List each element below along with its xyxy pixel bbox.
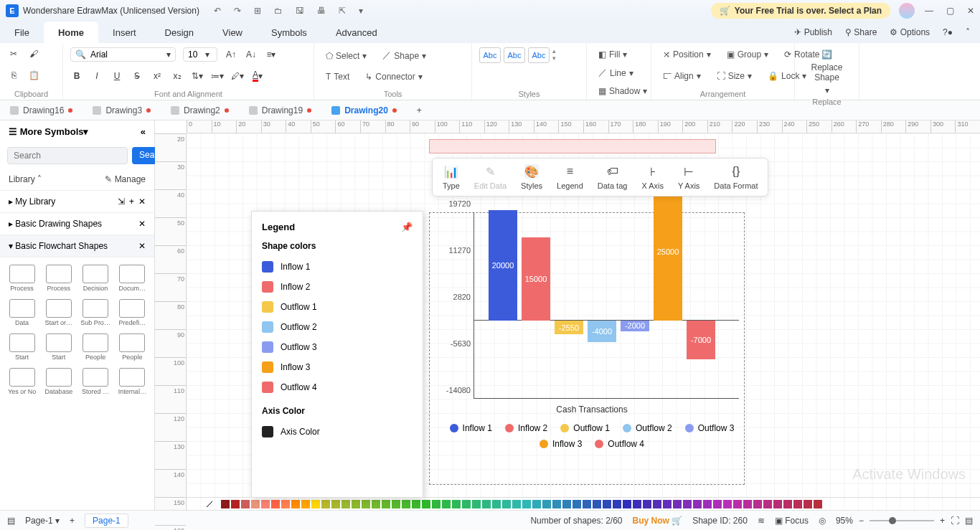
color-swatch[interactable] [643,500,651,508]
position-button[interactable]: ⤨ Position▾ [659,47,715,62]
color-swatch[interactable] [522,500,531,508]
copy-icon[interactable]: ⎘ [7,69,20,82]
doc-tab[interactable]: Drawing19 [239,100,321,120]
color-swatch[interactable] [532,500,541,508]
format-painter-icon[interactable]: 🖌 [27,47,40,60]
legend-color-item[interactable]: Inflow 3 [262,357,413,377]
style-scroll-down[interactable]: ▾ [552,55,556,62]
cat-basic-drawing[interactable]: ▸ Basic Drawing Shapes [9,219,102,229]
shape-stencil[interactable]: Docum… [115,262,150,295]
color-swatch[interactable] [271,500,280,508]
shape-stencil[interactable]: Process [4,262,39,295]
color-swatch[interactable] [512,500,521,508]
color-swatch[interactable] [251,500,260,508]
line-button[interactable]: ／ Line▾ [594,65,644,81]
color-swatch[interactable] [693,500,702,508]
color-swatch[interactable] [221,500,230,508]
highlight-icon[interactable]: 🖊▾ [231,70,244,82]
color-swatch[interactable] [713,500,722,508]
color-swatch[interactable] [452,500,461,508]
chart-tool-type[interactable]: 📊Type [435,164,467,190]
color-swatch[interactable] [362,500,370,508]
shape-stencil[interactable]: Data [4,296,39,329]
collapse-ribbon-icon[interactable]: ˄ [966,27,970,37]
bullet-icon[interactable]: ≔▾ [211,70,224,82]
color-swatch[interactable] [311,500,320,508]
lib-close-icon[interactable]: ✕ [138,197,146,207]
color-swatch[interactable] [432,500,440,508]
help-icon[interactable]: ?● [943,27,953,37]
chart-tool-x-axis[interactable]: ⊦X Axis [634,164,671,190]
line-spacing-icon[interactable]: ⇅▾ [191,70,204,82]
shape-stencil[interactable]: Start [41,331,76,364]
color-swatch[interactable] [462,500,471,508]
redo-icon[interactable]: ↷ [234,6,241,16]
chart-tool-styles[interactable]: 🎨Styles [514,164,550,190]
dropdown-icon[interactable]: ▾ [359,6,363,16]
symbol-search-input[interactable] [7,147,128,164]
menu-home[interactable]: Home [44,22,98,43]
buy-now-button[interactable]: Buy Now 🛒 [632,516,682,526]
cat-close-icon[interactable]: ✕ [138,241,146,251]
zoom-out-icon[interactable]: − [859,516,864,526]
italic-icon[interactable]: I [90,70,103,82]
page-tab[interactable]: Page-1 [85,514,128,528]
eyedropper-icon[interactable]: ⟋ [204,498,215,511]
cut-icon[interactable]: ✂ [7,47,20,60]
color-swatch[interactable] [723,500,732,508]
strike-icon[interactable]: S̶ [131,70,143,82]
color-swatch[interactable] [552,500,561,508]
color-swatch[interactable] [472,500,481,508]
legend-color-item[interactable]: Outflow 3 [262,337,413,357]
color-swatch[interactable] [783,500,792,508]
zoom-slider[interactable] [870,520,934,521]
legend-color-item[interactable]: Inflow 1 [262,257,413,277]
more-symbols-button[interactable]: ☰ More Symbols▾ [9,126,88,137]
color-swatch[interactable] [593,500,601,508]
maximize-icon[interactable]: ▢ [946,6,954,16]
menu-advanced[interactable]: Advanced [321,22,392,43]
publish-button[interactable]: ✈ Publish [794,27,832,37]
menu-symbols[interactable]: Symbols [257,22,321,43]
color-swatch[interactable] [562,500,571,508]
color-swatch[interactable] [422,500,430,508]
style-scroll-up[interactable]: ▴ [552,47,556,55]
align-button[interactable]: ⫍ Align▾ [659,69,705,83]
style-preset-1[interactable]: Abc [479,47,501,63]
align-icon[interactable]: ≡▾ [265,48,278,61]
font-size-select[interactable]: ▾ [183,47,217,62]
chart-tool-legend[interactable]: ≡Legend [550,164,590,190]
doc-tab[interactable]: Drawing20 [321,100,407,120]
save-icon[interactable]: 🖫 [296,6,304,16]
style-preset-2[interactable]: Abc [504,47,525,63]
color-swatch[interactable] [392,500,400,508]
color-swatch[interactable] [673,500,682,508]
menu-design[interactable]: Design [151,22,208,43]
lib-add-icon[interactable]: + [129,197,134,207]
color-swatch[interactable] [492,500,501,508]
legend-color-item[interactable]: Outflow 4 [262,377,413,397]
shape-stencil[interactable]: Start or… [41,296,76,329]
zoom-in-icon[interactable]: + [940,516,945,526]
new-icon[interactable]: ⊞ [254,6,261,16]
underline-icon[interactable]: U [110,70,123,82]
color-swatch[interactable] [412,500,420,508]
shape-tool[interactable]: ／Shape▾ [378,47,430,64]
export-icon[interactable]: ⇱ [339,6,346,16]
fullscreen-icon[interactable]: ⛶ [951,516,959,526]
group-button[interactable]: ▣ Group▾ [722,47,773,62]
color-swatch[interactable] [291,500,300,508]
color-swatch[interactable] [814,500,822,508]
legend-color-item[interactable]: Outflow 1 [262,297,413,317]
shadow-button[interactable]: ▦ Shadow▾ [594,84,644,98]
color-swatch[interactable] [482,500,491,508]
style-preset-3[interactable]: Abc [528,47,550,63]
replace-shape-button[interactable]: 🔄Replace Shape▾ [802,47,852,98]
collapse-sidebar-icon[interactable]: « [141,126,146,137]
color-swatch[interactable] [583,500,591,508]
color-swatch[interactable] [502,500,511,508]
color-swatch[interactable] [442,500,451,508]
chart-tool-data-format[interactable]: {}Data Format [707,164,765,190]
text-tool[interactable]: TText [321,70,354,84]
open-icon[interactable]: 🗀 [274,6,283,16]
